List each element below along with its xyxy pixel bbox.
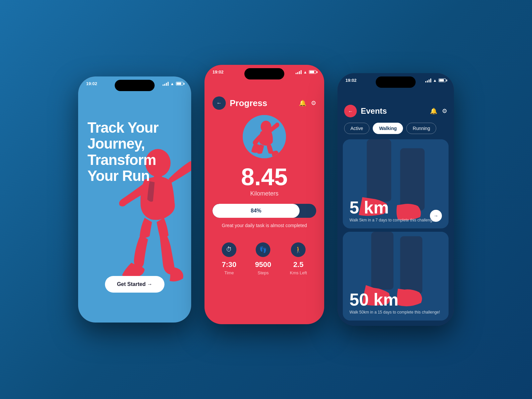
svg-rect-9 <box>400 236 422 294</box>
stats-row: ⏱ 7:30 Time 👣 9500 Steps 🚶 2.5 Kms Left <box>204 237 324 281</box>
signal-icon-3 <box>425 78 431 82</box>
time-2: 19:02 <box>212 69 223 74</box>
steps-label: Steps <box>258 270 269 275</box>
battery-icon-1 <box>176 82 183 85</box>
time-1: 19:02 <box>86 81 97 86</box>
phone-progress: 19:02 ▲ ← Progress 🔔 ⚙ <box>204 65 324 324</box>
bell-icon-3[interactable]: 🔔 <box>430 107 437 115</box>
event-cards-list: 5 km Walk 5km in a 7 days to complete th… <box>337 139 454 326</box>
get-started-button[interactable]: Get Started → <box>105 276 165 293</box>
time-label: Time <box>224 270 234 275</box>
status-icons-3: ▲ <box>425 78 446 83</box>
event-50km-desc: Walk 50km in a 15 days to complete this … <box>349 310 442 315</box>
signal-icon-1 <box>163 82 169 86</box>
dynamic-island-1 <box>115 80 155 91</box>
bell-icon-2[interactable]: 🔔 <box>299 99 306 107</box>
splash-text: Track Your Journey, Transform Your Run <box>87 120 158 184</box>
wifi-icon-3: ▲ <box>433 78 437 83</box>
stat-steps: 👣 9500 Steps <box>255 242 271 275</box>
time-icon: ⏱ <box>222 242 236 257</box>
event-card-5km[interactable]: 5 km Walk 5km in a 7 days to complete th… <box>343 139 449 228</box>
back-button-2[interactable]: ← <box>212 96 226 110</box>
events-header: ← Events 🔔 ⚙ <box>337 85 454 123</box>
wifi-icon-1: ▲ <box>170 81 174 86</box>
progress-caption: Great your daily task is almost complete… <box>212 222 316 229</box>
event-50km-label: 50 km <box>349 291 442 308</box>
stat-kms-left: 🚶 2.5 Kms Left <box>290 242 307 275</box>
progress-fill: 84% <box>212 204 300 218</box>
event-5km-arrow[interactable]: → <box>430 210 442 222</box>
svg-rect-5 <box>367 139 391 201</box>
user-avatar <box>243 115 286 158</box>
progress-percentage: 84% <box>251 208 261 214</box>
signal-icon-2 <box>296 70 302 74</box>
battery-icon-2 <box>309 70 316 74</box>
event-5km-desc: Walk 5km in a 7 days to complete this ch… <box>349 217 442 223</box>
km-display: 8.45 Kilometers <box>204 165 324 197</box>
settings-icon-2[interactable]: ⚙ <box>311 99 316 107</box>
svg-rect-8 <box>371 232 393 290</box>
steps-icon: 👣 <box>256 242 270 257</box>
header-action-icons: 🔔 ⚙ <box>299 99 316 107</box>
km-value: 8.45 <box>212 165 316 189</box>
filter-tabs: Active Walking Running <box>337 123 454 139</box>
event-50km-content: 50 km Walk 50km in a 15 days to complete… <box>343 286 449 321</box>
event-card-50km[interactable]: 50 km Walk 50km in a 15 days to complete… <box>343 232 449 321</box>
stat-time: ⏱ 7:30 Time <box>222 242 236 275</box>
progress-bar: 84% <box>212 204 316 218</box>
time-3: 19:02 <box>345 78 356 83</box>
settings-icon-3[interactable]: ⚙ <box>442 107 447 115</box>
kms-icon: 🚶 <box>291 242 306 257</box>
battery-icon-3 <box>439 78 446 82</box>
event-5km-label: 5 km <box>349 199 442 216</box>
status-icons-1: ▲ <box>163 81 183 86</box>
time-value: 7:30 <box>222 260 236 269</box>
km-unit: Kilometers <box>212 190 316 197</box>
splash-title: Track Your Journey, Transform Your Run <box>87 120 158 184</box>
steps-value: 9500 <box>255 260 271 269</box>
phone-splash: 19:02 ▲ <box>78 76 191 323</box>
back-button-3[interactable]: ← <box>344 105 357 117</box>
events-title: Events <box>361 106 430 116</box>
dynamic-island-3 <box>376 76 416 88</box>
progress-title: Progress <box>230 98 299 108</box>
tab-active[interactable]: Active <box>344 123 369 134</box>
kms-label: Kms Left <box>290 270 307 275</box>
wifi-icon-2: ▲ <box>303 70 307 74</box>
tab-walking[interactable]: Walking <box>373 123 403 134</box>
events-header-icons: 🔔 ⚙ <box>430 107 447 115</box>
kms-value: 2.5 <box>293 260 304 269</box>
dynamic-island-2 <box>244 68 284 79</box>
progress-header: ← Progress 🔔 ⚙ <box>204 76 324 115</box>
tab-running[interactable]: Running <box>406 123 436 134</box>
status-icons-2: ▲ <box>296 70 316 74</box>
phone-events: 19:02 ▲ ← Events 🔔 ⚙ <box>337 73 454 326</box>
